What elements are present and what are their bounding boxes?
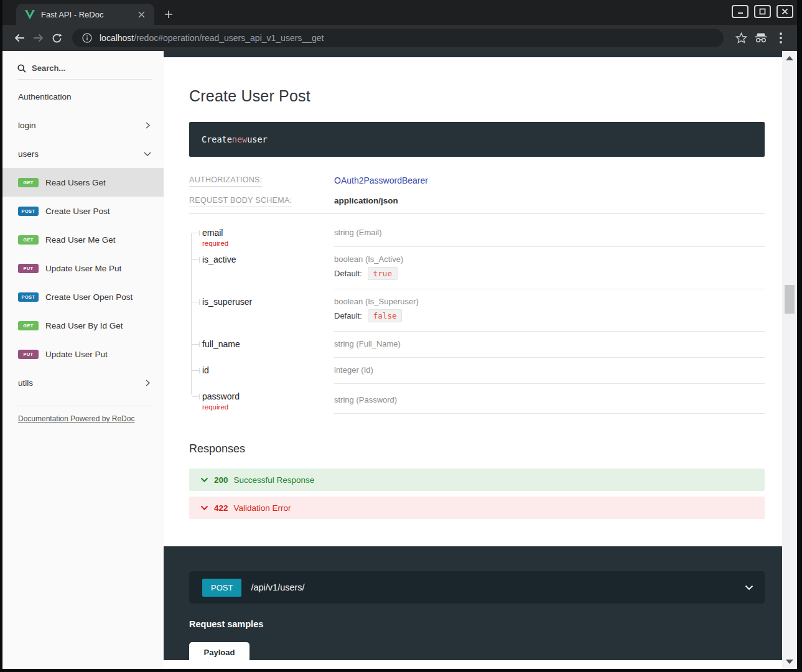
star-icon [735, 32, 747, 44]
chevron-down-icon [200, 477, 208, 483]
browser-toolbar: localhost/redoc#operation/read_users_api… [2, 25, 797, 51]
request-samples-panel: POST /api/v1/users/ Request samples Payl… [164, 546, 782, 660]
browser-window: Fast API - ReDoc [0, 0, 802, 672]
scroll-down-arrow-icon[interactable] [786, 660, 793, 664]
response-code: 422 [214, 503, 228, 513]
sidebar-item-create-user-open-post[interactable]: POST Create User Open Post [2, 282, 164, 311]
back-arrow-icon [14, 33, 26, 43]
code-keyword: new [232, 134, 247, 144]
previous-section-edge [164, 51, 782, 57]
authorizations-label: AUTHORIZATIONS: [189, 175, 334, 184]
required-flag: required [202, 403, 334, 411]
request-body-schema-label: REQUEST BODY SCHEMA: [189, 196, 334, 205]
response-422[interactable]: 422 Validation Error [189, 497, 765, 519]
sidebar-item-read-user-by-id-get[interactable]: GET Read User By Id Get [2, 311, 164, 340]
sidebar-item-authentication[interactable]: Authentication [2, 82, 164, 111]
authorization-scheme-link[interactable]: OAuth2PasswordBearer [334, 175, 428, 185]
chevron-down-icon [144, 151, 151, 157]
browser-tab[interactable]: Fast API - ReDoc [16, 4, 154, 25]
forward-arrow-icon [32, 33, 44, 43]
sidebar-footer: Documentation Powered by ReDoc [2, 406, 164, 423]
default-label: Default: [334, 311, 362, 320]
method-badge-post: POST [18, 292, 39, 302]
method-badge-get: GET [18, 178, 39, 187]
sidebar-item-read-user-me-get[interactable]: GET Read User Me Get [2, 225, 164, 254]
back-button[interactable] [10, 29, 29, 47]
response-200[interactable]: 200 Successful Response [189, 469, 765, 491]
field-type: string (Password) [334, 395, 765, 404]
field-name: is_superuser [202, 297, 334, 307]
payload-tab[interactable]: Payload [189, 642, 249, 663]
sidebar-item-update-user-put[interactable]: PUT Update User Put [2, 340, 164, 368]
maximize-button[interactable] [754, 5, 771, 18]
sidebar: Authentication login users GET Read User… [2, 51, 164, 669]
schema-row-email: email required string (Email) [189, 214, 765, 247]
browser-menu-button[interactable] [771, 29, 791, 47]
method-badge-put: PUT [18, 350, 39, 359]
search-box[interactable] [17, 60, 152, 80]
new-tab-button[interactable] [159, 5, 178, 24]
vertical-scrollbar[interactable] [782, 51, 797, 669]
url-host: localhost [100, 33, 134, 43]
incognito-indicator [751, 29, 771, 47]
redoc-link[interactable]: Documentation Powered by ReDoc [18, 414, 134, 423]
minimize-button[interactable] [732, 5, 748, 18]
chevron-right-icon [144, 122, 151, 129]
url-path: /redoc#operation/read_users_api_v1_users… [134, 33, 324, 43]
close-button[interactable] [776, 5, 793, 18]
field-type: boolean (Is_Active) [334, 254, 765, 264]
field-name: is_active [202, 254, 334, 264]
operation-title: Create User Post [189, 87, 765, 105]
sidebar-item-read-users-get[interactable]: GET Read Users Get [2, 168, 164, 197]
request-body-schema: email required string (Email) is_active [189, 214, 765, 414]
sidebar-item-update-user-me-put[interactable]: PUT Update User Me Put [2, 254, 164, 282]
field-name: id [202, 365, 334, 375]
field-type: string (Full_Name) [334, 339, 765, 348]
field-type: integer (Id) [334, 365, 765, 375]
url-bar[interactable]: localhost/redoc#operation/read_users_api… [72, 29, 724, 47]
chevron-down-icon [200, 505, 208, 511]
scroll-up-arrow-icon[interactable] [786, 56, 793, 60]
sidebar-item-login[interactable]: login [2, 111, 164, 139]
bookmark-button[interactable] [731, 29, 751, 47]
field-name: email [202, 228, 334, 238]
request-body-mime: application/json [334, 196, 398, 205]
sidebar-item-create-user-post[interactable]: POST Create User Post [2, 197, 164, 225]
tab-close-icon[interactable] [134, 7, 148, 21]
schema-row-is-active: is_active boolean (Is_Active) Default: t… [189, 247, 765, 289]
reload-button[interactable] [47, 29, 66, 47]
sidebar-item-utils[interactable]: utils [2, 368, 164, 397]
default-value-chip: true [368, 267, 398, 280]
request-samples-title: Request samples [189, 619, 782, 629]
close-icon [781, 8, 788, 15]
forward-button[interactable] [29, 29, 47, 47]
tab-title: Fast API - ReDoc [41, 10, 134, 19]
required-flag: required [202, 240, 334, 247]
site-info-icon[interactable] [82, 33, 92, 43]
chevron-down-icon [745, 585, 753, 590]
chevron-right-icon [144, 380, 151, 386]
response-text: Successful Response [234, 475, 315, 485]
response-text: Validation Error [234, 503, 291, 513]
scrollbar-thumb[interactable] [785, 285, 795, 314]
search-input[interactable] [32, 63, 131, 73]
http-method-chip: POST [202, 579, 241, 597]
reload-icon [52, 33, 62, 44]
schema-row-full-name: full_name string (Full_Name) [189, 332, 765, 358]
schema-row-is-superuser: is_superuser boolean (Is_Superuser) Defa… [189, 289, 765, 332]
response-code: 200 [214, 475, 228, 485]
favicon-v-icon [25, 10, 35, 19]
responses-title: Responses [189, 442, 765, 455]
maximize-icon [759, 8, 766, 15]
plus-icon [164, 10, 173, 19]
field-type: boolean (Is_Superuser) [334, 297, 765, 306]
method-badge-post: POST [18, 207, 39, 216]
endpoint-selector[interactable]: POST /api/v1/users/ [189, 571, 765, 604]
method-badge-get: GET [18, 235, 39, 245]
field-name: full_name [202, 339, 334, 349]
incognito-icon [754, 32, 768, 44]
titlebar: Fast API - ReDoc [2, 0, 797, 25]
field-name: password [202, 391, 334, 401]
sidebar-item-users[interactable]: users [2, 139, 164, 168]
operation-description-code: Create new user [189, 122, 765, 157]
